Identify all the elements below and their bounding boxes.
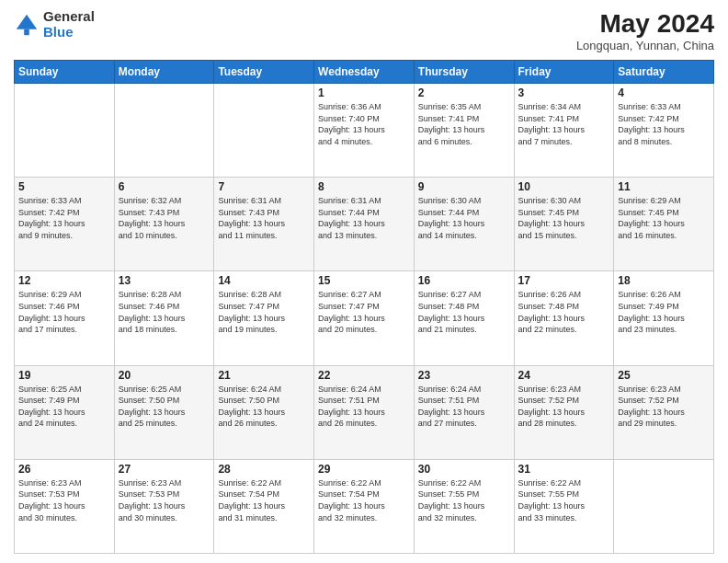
location-subtitle: Longquan, Yunnan, China [576, 39, 714, 52]
calendar-cell: 16Sunrise: 6:27 AM Sunset: 7:48 PM Dayli… [414, 271, 514, 365]
day-number: 16 [418, 274, 510, 287]
calendar-cell: 12Sunrise: 6:29 AM Sunset: 7:46 PM Dayli… [15, 271, 115, 365]
day-info: Sunrise: 6:22 AM Sunset: 7:55 PM Dayligh… [518, 477, 610, 523]
calendar-cell: 15Sunrise: 6:27 AM Sunset: 7:47 PM Dayli… [314, 271, 415, 365]
calendar-cell [114, 84, 214, 178]
day-number: 13 [119, 274, 210, 287]
header-monday: Monday [114, 61, 214, 84]
day-number: 1 [318, 86, 410, 99]
day-info: Sunrise: 6:25 AM Sunset: 7:49 PM Dayligh… [18, 384, 110, 430]
day-number: 11 [618, 180, 710, 193]
month-year-title: May 2024 [576, 9, 714, 39]
day-info: Sunrise: 6:25 AM Sunset: 7:50 PM Dayligh… [119, 384, 210, 430]
day-info: Sunrise: 6:27 AM Sunset: 7:48 PM Dayligh… [418, 289, 510, 335]
calendar-cell: 13Sunrise: 6:28 AM Sunset: 7:46 PM Dayli… [114, 271, 214, 365]
day-number: 24 [518, 369, 610, 382]
calendar-cell [15, 84, 115, 178]
logo-general-text: General [43, 9, 95, 25]
day-number: 29 [318, 463, 410, 476]
day-info: Sunrise: 6:30 AM Sunset: 7:44 PM Dayligh… [418, 195, 510, 241]
logo-blue-text: Blue [43, 25, 95, 40]
day-number: 31 [518, 463, 610, 476]
calendar-cell: 18Sunrise: 6:26 AM Sunset: 7:49 PM Dayli… [614, 271, 714, 365]
calendar-cell: 26Sunrise: 6:23 AM Sunset: 7:53 PM Dayli… [15, 459, 115, 553]
day-number: 9 [418, 180, 510, 193]
day-info: Sunrise: 6:26 AM Sunset: 7:49 PM Dayligh… [618, 289, 710, 335]
day-number: 7 [218, 180, 310, 193]
calendar-cell: 9Sunrise: 6:30 AM Sunset: 7:44 PM Daylig… [414, 178, 514, 271]
day-number: 19 [18, 369, 110, 382]
calendar-cell: 5Sunrise: 6:33 AM Sunset: 7:42 PM Daylig… [15, 178, 115, 271]
header-thursday: Thursday [414, 61, 514, 84]
calendar-cell: 17Sunrise: 6:26 AM Sunset: 7:48 PM Dayli… [514, 271, 614, 365]
day-number: 3 [518, 86, 610, 99]
logo: General Blue [14, 9, 95, 40]
calendar-cell: 23Sunrise: 6:24 AM Sunset: 7:51 PM Dayli… [414, 365, 514, 459]
calendar-table: Sunday Monday Tuesday Wednesday Thursday… [14, 60, 714, 554]
day-number: 27 [119, 463, 210, 476]
day-info: Sunrise: 6:24 AM Sunset: 7:50 PM Dayligh… [218, 384, 310, 430]
day-info: Sunrise: 6:29 AM Sunset: 7:46 PM Dayligh… [18, 289, 110, 335]
calendar-week-row: 12Sunrise: 6:29 AM Sunset: 7:46 PM Dayli… [15, 271, 714, 365]
day-number: 17 [518, 274, 610, 287]
day-info: Sunrise: 6:34 AM Sunset: 7:41 PM Dayligh… [518, 101, 610, 147]
logo-icon [14, 12, 40, 38]
header-right: May 2024 Longquan, Yunnan, China [576, 9, 714, 52]
svg-marker-0 [17, 14, 37, 29]
calendar-cell [214, 84, 314, 178]
calendar-cell: 31Sunrise: 6:22 AM Sunset: 7:55 PM Dayli… [514, 459, 614, 553]
calendar-week-row: 19Sunrise: 6:25 AM Sunset: 7:49 PM Dayli… [15, 365, 714, 459]
calendar-cell: 24Sunrise: 6:23 AM Sunset: 7:52 PM Dayli… [514, 365, 614, 459]
header-wednesday: Wednesday [314, 61, 415, 84]
day-number: 28 [218, 463, 310, 476]
day-info: Sunrise: 6:24 AM Sunset: 7:51 PM Dayligh… [418, 384, 510, 430]
day-info: Sunrise: 6:31 AM Sunset: 7:43 PM Dayligh… [218, 195, 310, 241]
day-info: Sunrise: 6:22 AM Sunset: 7:55 PM Dayligh… [418, 477, 510, 523]
logo-text: General Blue [43, 9, 95, 40]
calendar-cell: 25Sunrise: 6:23 AM Sunset: 7:52 PM Dayli… [614, 365, 714, 459]
day-info: Sunrise: 6:33 AM Sunset: 7:42 PM Dayligh… [618, 101, 710, 147]
calendar-cell: 22Sunrise: 6:24 AM Sunset: 7:51 PM Dayli… [314, 365, 415, 459]
day-info: Sunrise: 6:36 AM Sunset: 7:40 PM Dayligh… [318, 101, 410, 147]
calendar-cell: 28Sunrise: 6:22 AM Sunset: 7:54 PM Dayli… [214, 459, 314, 553]
day-number: 12 [18, 274, 110, 287]
calendar-cell: 6Sunrise: 6:32 AM Sunset: 7:43 PM Daylig… [114, 178, 214, 271]
header-saturday: Saturday [614, 61, 714, 84]
page: General Blue May 2024 Longquan, Yunnan, … [0, 0, 728, 563]
day-info: Sunrise: 6:26 AM Sunset: 7:48 PM Dayligh… [518, 289, 610, 335]
day-number: 25 [618, 369, 710, 382]
day-info: Sunrise: 6:23 AM Sunset: 7:53 PM Dayligh… [18, 477, 110, 523]
day-number: 22 [318, 369, 410, 382]
calendar-week-row: 26Sunrise: 6:23 AM Sunset: 7:53 PM Dayli… [15, 459, 714, 553]
calendar-cell: 1Sunrise: 6:36 AM Sunset: 7:40 PM Daylig… [314, 84, 415, 178]
day-number: 30 [418, 463, 510, 476]
day-info: Sunrise: 6:28 AM Sunset: 7:47 PM Dayligh… [218, 289, 310, 335]
day-info: Sunrise: 6:33 AM Sunset: 7:42 PM Dayligh… [18, 195, 110, 241]
svg-rect-1 [24, 29, 29, 35]
day-number: 10 [518, 180, 610, 193]
day-info: Sunrise: 6:24 AM Sunset: 7:51 PM Dayligh… [318, 384, 410, 430]
header-sunday: Sunday [15, 61, 115, 84]
weekday-header-row: Sunday Monday Tuesday Wednesday Thursday… [15, 61, 714, 84]
day-number: 15 [318, 274, 410, 287]
day-info: Sunrise: 6:30 AM Sunset: 7:45 PM Dayligh… [518, 195, 610, 241]
day-info: Sunrise: 6:22 AM Sunset: 7:54 PM Dayligh… [218, 477, 310, 523]
day-info: Sunrise: 6:32 AM Sunset: 7:43 PM Dayligh… [119, 195, 210, 241]
day-number: 20 [119, 369, 210, 382]
header-tuesday: Tuesday [214, 61, 314, 84]
calendar-cell: 4Sunrise: 6:33 AM Sunset: 7:42 PM Daylig… [614, 84, 714, 178]
calendar-cell: 19Sunrise: 6:25 AM Sunset: 7:49 PM Dayli… [15, 365, 115, 459]
calendar-week-row: 1Sunrise: 6:36 AM Sunset: 7:40 PM Daylig… [15, 84, 714, 178]
day-number: 5 [18, 180, 110, 193]
calendar-cell: 8Sunrise: 6:31 AM Sunset: 7:44 PM Daylig… [314, 178, 415, 271]
calendar-cell: 29Sunrise: 6:22 AM Sunset: 7:54 PM Dayli… [314, 459, 415, 553]
day-info: Sunrise: 6:27 AM Sunset: 7:47 PM Dayligh… [318, 289, 410, 335]
calendar-cell: 27Sunrise: 6:23 AM Sunset: 7:53 PM Dayli… [114, 459, 214, 553]
day-info: Sunrise: 6:23 AM Sunset: 7:53 PM Dayligh… [119, 477, 210, 523]
day-info: Sunrise: 6:29 AM Sunset: 7:45 PM Dayligh… [618, 195, 710, 241]
calendar-cell: 30Sunrise: 6:22 AM Sunset: 7:55 PM Dayli… [414, 459, 514, 553]
header: General Blue May 2024 Longquan, Yunnan, … [14, 9, 714, 52]
day-info: Sunrise: 6:35 AM Sunset: 7:41 PM Dayligh… [418, 101, 510, 147]
calendar-cell: 2Sunrise: 6:35 AM Sunset: 7:41 PM Daylig… [414, 84, 514, 178]
day-number: 8 [318, 180, 410, 193]
